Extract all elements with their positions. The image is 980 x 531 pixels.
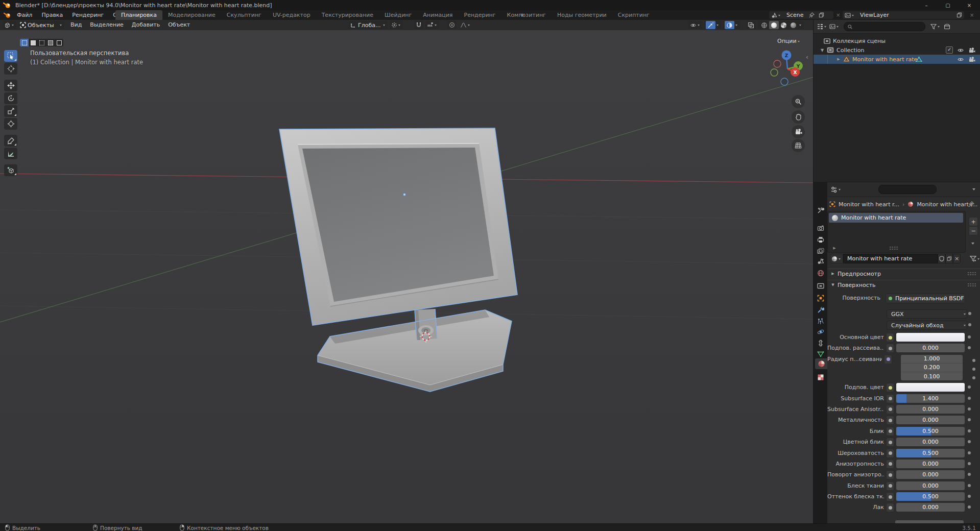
animate-decorator[interactable] (968, 397, 971, 400)
pin-icon[interactable] (968, 201, 974, 207)
fake-user-shield-icon[interactable] (938, 254, 945, 263)
input-socket-toggle[interactable] (886, 470, 894, 479)
add-slot-button[interactable]: + (969, 217, 978, 226)
distribution-dropdown[interactable]: GGX (887, 309, 967, 319)
pan-hand-button[interactable] (792, 110, 805, 124)
workspace-tab[interactable]: Шейдинг (379, 10, 417, 20)
add-cube-tool[interactable] (4, 164, 17, 176)
add-workspace-button[interactable]: + (516, 10, 529, 20)
material-link-dropdown[interactable] (970, 256, 980, 262)
viewport-menu-item[interactable]: Выделение (86, 20, 128, 30)
monitor-model[interactable] (279, 128, 517, 392)
input-socket-toggle[interactable] (886, 427, 894, 436)
copy-icon[interactable] (954, 11, 964, 19)
eye-icon[interactable] (957, 47, 964, 53)
menu-item[interactable]: Правка (37, 10, 67, 20)
value-slider[interactable]: 1.400 (896, 394, 965, 403)
viewport-menu-item[interactable]: Добавить (128, 20, 164, 30)
shading-solid-button[interactable] (769, 21, 779, 29)
input-socket-toggle[interactable] (886, 438, 894, 447)
vector-component-field[interactable]: 0.100 (901, 372, 963, 380)
navigation-gizmo[interactable]: Z Y X (769, 49, 808, 87)
tab-collection[interactable] (814, 280, 827, 291)
value-slider[interactable]: 0.000 (896, 416, 965, 424)
material-name-field[interactable]: Monitor with heart rate (843, 254, 938, 263)
shading-wireframe-button[interactable] (759, 21, 769, 29)
tab-object[interactable] (814, 293, 827, 303)
move-tool[interactable] (4, 80, 17, 91)
viewport-menu-item[interactable]: Вид (66, 20, 86, 30)
animate-decorator[interactable] (968, 418, 971, 421)
tab-world[interactable] (814, 268, 827, 278)
select-mode-extend[interactable] (29, 39, 37, 46)
input-socket-toggle[interactable] (886, 449, 894, 458)
animate-decorator[interactable] (968, 462, 971, 465)
workspace-tab[interactable]: Скриптинг (612, 10, 655, 20)
select-mode-subtract[interactable] (37, 39, 46, 46)
material-slot[interactable]: Monitor with heart rate (829, 213, 963, 223)
animate-decorator[interactable] (968, 323, 971, 326)
animate-decorator[interactable] (968, 429, 971, 432)
vector-component-field[interactable]: 1.000 (901, 355, 963, 364)
tab-object-data[interactable] (814, 349, 827, 359)
visibility-dropdown[interactable] (688, 21, 702, 29)
new-collection-button[interactable] (944, 23, 950, 30)
rotate-tool[interactable] (4, 92, 17, 104)
workspace-tab[interactable]: Текстурирование (316, 10, 379, 20)
input-socket-toggle[interactable] (886, 492, 894, 501)
animate-decorator[interactable] (968, 407, 971, 411)
workspace-tab[interactable]: Ноды геометрии (552, 10, 612, 20)
scene-icon[interactable] (769, 11, 783, 19)
animate-decorator[interactable] (968, 312, 971, 315)
animate-decorator[interactable] (968, 440, 971, 443)
value-slider[interactable]: 0.500 (896, 449, 965, 457)
input-socket-toggle[interactable] (886, 405, 894, 414)
tab-render[interactable] (814, 223, 827, 233)
3d-viewport[interactable]: Опции Пользовательская перспектива (1) C… (0, 30, 813, 523)
scale-tool[interactable] (4, 105, 17, 117)
eye-icon[interactable] (957, 57, 964, 62)
outliner-filter-mode[interactable] (829, 23, 840, 30)
tab-tool[interactable] (814, 205, 827, 215)
value-slider[interactable]: 0.000 (896, 470, 965, 479)
workspace-tab[interactable]: UV-редактор (267, 10, 316, 20)
select-box-tool[interactable] (4, 50, 17, 62)
animate-decorator[interactable] (968, 505, 971, 509)
panel-preview[interactable]: ▶ Предпросмотр (827, 269, 980, 278)
workspace-tab[interactable]: Моделирование (162, 10, 221, 20)
breadcrumb-object[interactable]: Monitor with heart r... (839, 201, 899, 208)
value-slider[interactable]: 0.000 (896, 481, 965, 490)
select-mode-invert[interactable] (46, 39, 55, 46)
outliner-row-object[interactable]: ▶ Monitor with heart rate (814, 55, 980, 64)
value-slider[interactable]: 0.000 (896, 460, 965, 468)
chevron-down-icon[interactable] (972, 188, 975, 192)
unlink-material-icon[interactable]: × (953, 254, 961, 263)
tool-options-dropdown[interactable]: Опции (777, 38, 801, 44)
xray-toggle[interactable] (746, 21, 756, 29)
camera-view-button[interactable] (792, 125, 805, 138)
slot-menu-button[interactable] (969, 239, 977, 248)
slot-specials-icon[interactable]: ▶ (832, 246, 837, 250)
camera-icon[interactable] (968, 57, 975, 62)
input-socket-toggle[interactable] (886, 344, 894, 353)
outliner-search-input[interactable] (853, 23, 906, 31)
viewport-menu-item[interactable]: Объект (164, 20, 194, 30)
unlink-scene-icon[interactable]: × (836, 12, 840, 18)
outliner-filter-dropdown[interactable] (930, 24, 941, 30)
menu-item[interactable]: Рендеринг (67, 10, 108, 20)
viewlayer-name[interactable]: ViewLayer (857, 12, 954, 18)
disclosure-closed-icon[interactable]: ▶ (836, 57, 841, 61)
list-resize-grip[interactable] (889, 246, 898, 250)
annotate-tool[interactable] (4, 135, 17, 147)
select-mode-set[interactable] (20, 39, 29, 46)
value-slider[interactable]: 0.000 (896, 503, 965, 512)
checkbox-icon[interactable]: ✓ (946, 46, 953, 54)
value-slider[interactable]: 0.000 (896, 344, 965, 352)
zoom-button[interactable] (792, 95, 805, 108)
viewlayer-selector[interactable]: ViewLayer (843, 11, 964, 19)
sidebar-collapse-arrow[interactable]: ‹ (806, 54, 808, 61)
maximize-button[interactable]: ▢ (937, 0, 959, 10)
animate-decorator[interactable] (968, 484, 971, 487)
input-socket-toggle[interactable] (886, 383, 894, 392)
animate-decorator[interactable] (968, 385, 971, 389)
